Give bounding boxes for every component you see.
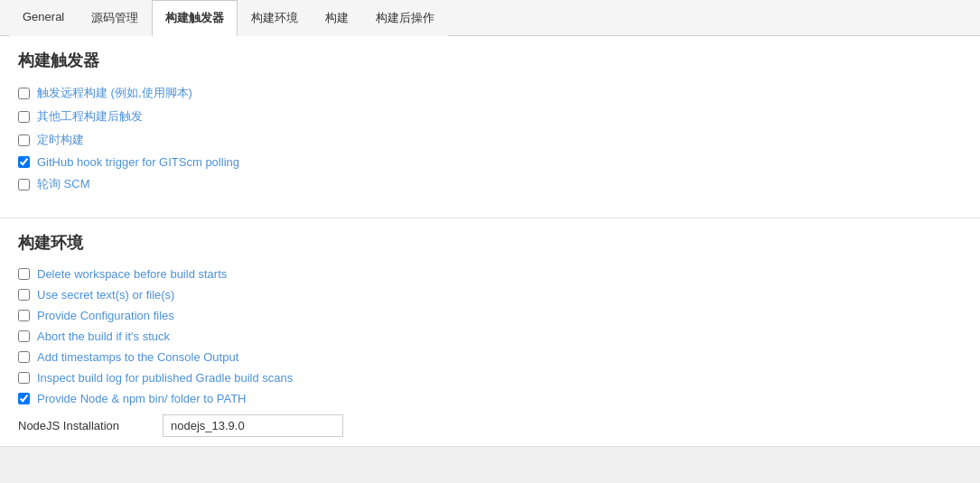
- checkbox-scheduled-build: 定时构建: [18, 132, 962, 148]
- checkbox-abort-stuck-input[interactable]: [18, 330, 30, 342]
- checkbox-remote-trigger: 触发远程构建 (例如,使用脚本): [18, 85, 962, 101]
- checkbox-poll-scm-input[interactable]: [18, 179, 30, 190]
- checkbox-scheduled-build-label[interactable]: 定时构建: [37, 132, 84, 148]
- checkbox-inspect-gradle-label[interactable]: Inspect build log for published Gradle b…: [37, 371, 293, 385]
- checkbox-poll-scm-label[interactable]: 轮询 SCM: [37, 176, 90, 192]
- checkbox-inspect-gradle-input[interactable]: [18, 372, 30, 384]
- checkbox-add-timestamps-input[interactable]: [18, 351, 30, 363]
- tab-build-trigger[interactable]: 构建触发器: [152, 0, 238, 36]
- tabs-bar: General 源码管理 构建触发器 构建环境 构建 构建后操作: [0, 0, 980, 36]
- checkbox-delete-workspace-input[interactable]: [18, 268, 30, 280]
- tab-post-build[interactable]: 构建后操作: [362, 0, 448, 36]
- checkbox-poll-scm: 轮询 SCM: [18, 176, 962, 192]
- nodejs-installation-row: NodeJS Installation: [18, 414, 962, 437]
- checkbox-config-files: Provide Configuration files: [18, 309, 962, 322]
- tab-build[interactable]: 构建: [312, 0, 362, 36]
- checkbox-config-files-label[interactable]: Provide Configuration files: [37, 309, 174, 322]
- env-section-title: 构建环境: [18, 232, 962, 254]
- nodejs-installation-input[interactable]: [163, 414, 343, 437]
- checkbox-github-hook-label[interactable]: GitHub hook trigger for GITScm polling: [37, 155, 239, 169]
- checkbox-nodejs-path-input[interactable]: [18, 393, 30, 404]
- checkbox-other-project-input[interactable]: [18, 111, 30, 123]
- checkbox-secret-text: Use secret text(s) or file(s): [18, 288, 962, 302]
- tab-source-management[interactable]: 源码管理: [78, 0, 152, 36]
- checkbox-other-project: 其他工程构建后触发: [18, 108, 962, 125]
- checkbox-other-project-label[interactable]: 其他工程构建后触发: [37, 108, 143, 125]
- tab-build-env[interactable]: 构建环境: [238, 0, 312, 36]
- checkbox-remote-trigger-label[interactable]: 触发远程构建 (例如,使用脚本): [37, 85, 192, 101]
- trigger-section: 构建触发器 触发远程构建 (例如,使用脚本) 其他工程构建后触发 定时构建 Gi…: [0, 36, 980, 218]
- checkbox-scheduled-build-input[interactable]: [18, 135, 30, 146]
- checkbox-abort-stuck-label[interactable]: Abort the build if it's stuck: [37, 330, 170, 343]
- checkbox-remote-trigger-input[interactable]: [18, 88, 30, 99]
- env-section: 构建环境 Delete workspace before build start…: [0, 218, 980, 447]
- checkbox-inspect-gradle: Inspect build log for published Gradle b…: [18, 371, 962, 385]
- tab-general[interactable]: General: [9, 0, 78, 36]
- content-area: 构建触发器 触发远程构建 (例如,使用脚本) 其他工程构建后触发 定时构建 Gi…: [0, 36, 980, 447]
- checkbox-secret-text-label[interactable]: Use secret text(s) or file(s): [37, 288, 174, 302]
- checkbox-add-timestamps: Add timestamps to the Console Output: [18, 350, 962, 364]
- trigger-section-title: 构建触发器: [18, 50, 962, 71]
- nodejs-installation-label: NodeJS Installation: [18, 419, 163, 432]
- checkbox-github-hook-input[interactable]: [18, 156, 30, 168]
- checkbox-secret-text-input[interactable]: [18, 289, 30, 301]
- checkbox-delete-workspace-label[interactable]: Delete workspace before build starts: [37, 267, 227, 281]
- checkbox-nodejs-path: Provide Node & npm bin/ folder to PATH: [18, 392, 962, 405]
- checkbox-config-files-input[interactable]: [18, 310, 30, 321]
- checkbox-abort-stuck: Abort the build if it's stuck: [18, 330, 962, 343]
- checkbox-github-hook: GitHub hook trigger for GITScm polling: [18, 155, 962, 169]
- checkbox-nodejs-path-label[interactable]: Provide Node & npm bin/ folder to PATH: [37, 392, 246, 405]
- checkbox-delete-workspace: Delete workspace before build starts: [18, 267, 962, 281]
- page-wrapper: General 源码管理 构建触发器 构建环境 构建 构建后操作 构建触发器 触…: [0, 0, 980, 447]
- checkbox-add-timestamps-label[interactable]: Add timestamps to the Console Output: [37, 350, 238, 364]
